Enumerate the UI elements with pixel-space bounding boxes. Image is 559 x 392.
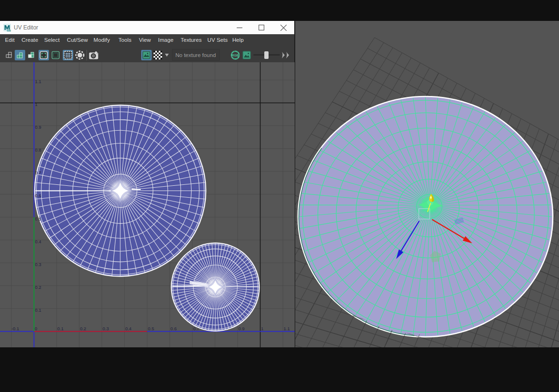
svg-text:0.5: 0.5	[35, 216, 41, 221]
svg-text:-0.1: -0.1	[11, 326, 19, 331]
svg-text:0.2: 0.2	[35, 285, 41, 290]
svg-text:0.2: 0.2	[80, 326, 86, 331]
svg-text:0.1: 0.1	[58, 326, 64, 331]
svg-text:RGB: RGB	[232, 54, 239, 57]
svg-text:0.6: 0.6	[171, 326, 177, 331]
svg-text:1.1: 1.1	[35, 79, 41, 84]
svg-text:0.6: 0.6	[35, 193, 41, 198]
svg-text:0.9: 0.9	[238, 326, 244, 331]
svg-text:1.1: 1.1	[284, 326, 290, 331]
svg-text:0.1: 0.1	[35, 307, 41, 313]
svg-text:0.3: 0.3	[103, 326, 109, 331]
svg-text:MAYA: MAYA	[7, 29, 11, 31]
svg-text:0.7: 0.7	[35, 170, 41, 175]
svg-text:0.5: 0.5	[148, 326, 154, 331]
svg-text:0.3: 0.3	[35, 262, 41, 267]
svg-text:0.9: 0.9	[35, 124, 41, 130]
svg-text:0: 0	[35, 326, 37, 331]
svg-text:0.4: 0.4	[125, 326, 131, 331]
svg-text:0.8: 0.8	[35, 147, 41, 153]
svg-text:1: 1	[261, 326, 263, 331]
svg-text:1: 1	[35, 102, 38, 107]
svg-text:0.4: 0.4	[35, 239, 41, 244]
